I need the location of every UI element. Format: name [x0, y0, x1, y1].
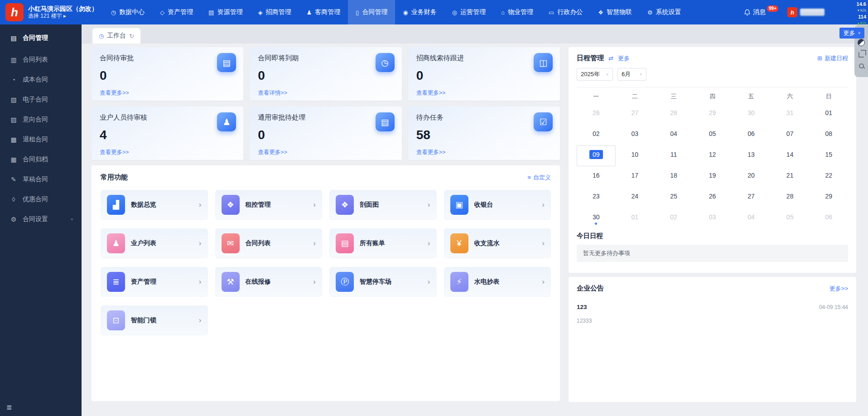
calendar-day[interactable]: 18: [654, 166, 693, 187]
stat-card-more-link[interactable]: 查看详情>>: [258, 89, 287, 97]
calendar-day[interactable]: 24: [616, 187, 655, 208]
calendar-day[interactable]: 30: [577, 208, 616, 229]
sidebar-item[interactable]: ◊ 优惠合同: [0, 189, 82, 209]
screenshot-crop-icon[interactable]: [858, 52, 864, 58]
calendar-day[interactable]: 07: [771, 125, 810, 145]
top-nav-item[interactable]: ▯ 合同管理: [348, 0, 395, 24]
top-nav-item[interactable]: ◈ 招商管理: [251, 0, 299, 24]
calendar-day[interactable]: 25: [654, 187, 693, 208]
sidebar-item[interactable]: ▥ 合同列表: [0, 50, 82, 70]
top-nav-item[interactable]: ♟ 客商管理: [299, 0, 348, 24]
calendar-day[interactable]: 03: [616, 125, 655, 145]
calendar-day[interactable]: 16: [577, 166, 616, 187]
collapse-sidebar-icon[interactable]: ≣: [6, 403, 12, 411]
sidebar-item[interactable]: ▦ 合同归档: [0, 150, 82, 169]
quick-tile[interactable]: ♟ 业户列表 ›: [101, 228, 208, 258]
sidebar-item[interactable]: ◔ 成本合同: [0, 70, 82, 90]
calendar-day[interactable]: 11: [654, 145, 693, 166]
stat-card-more-link[interactable]: 查看更多>>: [258, 149, 287, 156]
magnifier-icon[interactable]: [859, 63, 864, 68]
calendar-day[interactable]: 28: [771, 187, 810, 208]
calendar-day[interactable]: 26: [577, 104, 616, 125]
calendar-day[interactable]: 05: [693, 125, 732, 145]
expand-arrows-icon[interactable]: ⇄: [608, 55, 613, 62]
calendar-day[interactable]: 29: [809, 187, 848, 208]
calendar-day[interactable]: 12: [693, 145, 732, 166]
top-nav-item[interactable]: ❖ 智慧物联: [590, 0, 640, 24]
calendar-day[interactable]: 02: [577, 125, 616, 145]
calendar-day[interactable]: 21: [771, 166, 810, 187]
calendar-day[interactable]: 14: [771, 145, 810, 166]
messages-button[interactable]: 消息 99+: [744, 8, 779, 16]
sidebar-item[interactable]: ✎ 草稿合同: [0, 169, 82, 189]
calendar-day[interactable]: 04: [732, 208, 771, 229]
sidebar-item[interactable]: ▨ 意向合同: [0, 110, 82, 130]
notice-more-link[interactable]: 更多>>: [829, 285, 848, 293]
sidebar-item[interactable]: ⚙ 合同设置 ∨: [0, 209, 82, 229]
calendar-day[interactable]: 17: [616, 166, 655, 187]
quick-tile[interactable]: ≣ 资产管理 ›: [101, 267, 208, 297]
customize-link[interactable]: ≡ 自定义: [527, 174, 551, 182]
quick-tile[interactable]: ▣ 收银台 ›: [444, 190, 551, 220]
calendar-day[interactable]: 20: [732, 166, 771, 187]
top-nav-item[interactable]: ▭ 行政办公: [541, 0, 590, 24]
top-nav-item[interactable]: ▤ 资源管理: [201, 0, 250, 24]
sidebar-item[interactable]: ▤ 合同管理: [0, 28, 82, 48]
brand[interactable]: h 小红马演示园区（勿改） 选择 121 楼宇 ▸: [0, 3, 103, 21]
calendar-day[interactable]: 05: [771, 208, 810, 229]
calendar-day[interactable]: 04: [654, 125, 693, 145]
calendar-day[interactable]: 27: [732, 187, 771, 208]
quick-tile[interactable]: ❖ 剖面图 ›: [329, 190, 437, 220]
calendar-day[interactable]: 27: [616, 104, 655, 125]
user-menu[interactable]: h: [787, 7, 825, 17]
calendar-day[interactable]: 02: [654, 208, 693, 229]
calendar-day[interactable]: 13: [732, 145, 771, 166]
calendar-day[interactable]: 19: [693, 166, 732, 187]
quick-tile[interactable]: ❖ 租控管理 ›: [215, 190, 323, 220]
calendar-day[interactable]: 22: [809, 166, 848, 187]
stat-card-more-link[interactable]: 查看更多>>: [100, 149, 129, 156]
calendar-day[interactable]: 03: [693, 208, 732, 229]
quick-tile[interactable]: ⊡ 智能门锁 ›: [101, 305, 208, 335]
quick-tile[interactable]: ✉ 合同列表 ›: [215, 228, 323, 258]
quick-tile[interactable]: ⚡ 水电抄表 ›: [444, 267, 551, 297]
calendar-day[interactable]: 23: [577, 187, 616, 208]
stat-card-more-link[interactable]: 查看更多>>: [100, 89, 129, 97]
tab-workbench[interactable]: ◷ 工作台 ↻: [92, 28, 140, 44]
calendar-day[interactable]: 26: [693, 187, 732, 208]
top-nav-item[interactable]: ⚙ 系统设置: [640, 0, 689, 24]
calendar-day[interactable]: 29: [693, 104, 732, 125]
calendar-day[interactable]: 08: [809, 125, 848, 145]
top-nav-item[interactable]: ◎ 运营管理: [444, 0, 493, 24]
calendar-day[interactable]: 01: [809, 104, 848, 125]
calendar-day[interactable]: 09: [577, 145, 616, 166]
top-nav-item[interactable]: ◷ 数据中心: [103, 0, 152, 24]
tabs-more-button[interactable]: 更多 ∨: [839, 28, 864, 39]
sidebar-item[interactable]: ▩ 退租合同: [0, 130, 82, 150]
quick-tile[interactable]: ⚒ 在线报修 ›: [215, 267, 323, 297]
year-select[interactable]: 2025年 ∨: [577, 68, 613, 81]
theme-ball-icon[interactable]: [858, 39, 865, 46]
schedule-more-link[interactable]: 更多: [618, 54, 630, 63]
top-nav-item[interactable]: ⌂ 物业管理: [493, 0, 541, 24]
month-select[interactable]: 6月 ∨: [617, 68, 646, 81]
building-selector[interactable]: 选择 121 楼宇 ▸: [28, 13, 98, 19]
calendar-day[interactable]: 30: [732, 104, 771, 125]
calendar-day[interactable]: 06: [809, 208, 848, 229]
stat-card-more-link[interactable]: 查看更多>>: [416, 149, 446, 156]
top-nav-item[interactable]: ◉ 业务财务: [395, 0, 444, 24]
stat-card-more-link[interactable]: 查看更多>>: [416, 89, 446, 97]
calendar-day[interactable]: 15: [809, 145, 848, 166]
quick-tile[interactable]: Ⓟ 智慧停车场 ›: [329, 267, 437, 297]
calendar-day[interactable]: 31: [771, 104, 810, 125]
calendar-day[interactable]: 10: [616, 145, 655, 166]
refresh-icon[interactable]: ↻: [129, 33, 134, 39]
calendar-day[interactable]: 28: [654, 104, 693, 125]
top-nav-item[interactable]: ◇ 资产管理: [152, 0, 201, 24]
quick-tile[interactable]: ▤ 所有账单 ›: [329, 228, 437, 258]
quick-tile[interactable]: ▟ 数据总览 ›: [101, 190, 208, 220]
calendar-day[interactable]: 01: [616, 208, 655, 229]
sidebar-item[interactable]: ▧ 电子合同: [0, 90, 82, 110]
quick-tile[interactable]: ¥ 收支流水 ›: [444, 228, 551, 258]
new-schedule-link[interactable]: ⊞ 新建日程: [817, 54, 848, 63]
